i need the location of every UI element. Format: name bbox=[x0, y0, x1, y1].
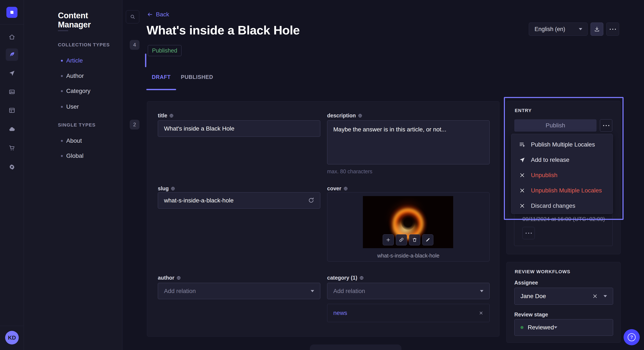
chevron-down-icon bbox=[579, 28, 582, 30]
bullet-icon bbox=[61, 106, 63, 108]
menu-item-discard-changes[interactable]: Discard changes bbox=[511, 198, 613, 213]
header-more-button[interactable] bbox=[606, 22, 619, 36]
review-stage-select[interactable]: Reviewed bbox=[514, 319, 613, 336]
feather-icon bbox=[9, 51, 15, 58]
assignee-label: Assignee bbox=[514, 280, 538, 286]
sidebar-item-content-manager[interactable] bbox=[6, 48, 18, 61]
sidebar-item-label: Category bbox=[66, 88, 90, 94]
status-badge: Published bbox=[148, 45, 182, 56]
locale-value: English (en) bbox=[534, 26, 565, 32]
cross-icon bbox=[519, 188, 526, 193]
sidebar-item-releases[interactable] bbox=[6, 67, 18, 79]
gear-icon bbox=[9, 164, 15, 170]
relation-item-news: news bbox=[327, 304, 490, 322]
stage-value: Reviewed bbox=[528, 324, 554, 331]
cover-actions bbox=[383, 234, 434, 245]
export-button[interactable] bbox=[590, 22, 603, 36]
header-actions: English (en) bbox=[529, 22, 619, 36]
sidebar-item-media-library[interactable] bbox=[6, 86, 18, 98]
description-textarea[interactable]: Maybe the answer is in this article, or … bbox=[327, 120, 490, 164]
field-label-category: category (1) bbox=[327, 275, 364, 281]
menu-item-label: Unpublish Multiple Locales bbox=[531, 187, 602, 194]
sidebar-item-category[interactable]: Category bbox=[58, 85, 139, 97]
regenerate-slug-button[interactable] bbox=[308, 197, 314, 203]
content-manager-sidebar: Content Manager COLLECTION TYPES 4 Artic… bbox=[24, 0, 122, 350]
sidebar-item-label: About bbox=[66, 137, 82, 144]
list-plus-icon bbox=[519, 141, 526, 148]
refresh-icon bbox=[308, 197, 314, 203]
locale-select[interactable]: English (en) bbox=[529, 22, 588, 36]
download-icon bbox=[594, 26, 600, 32]
label-text: title bbox=[158, 113, 167, 119]
field-label-description: description bbox=[327, 113, 362, 119]
sidebar-item-article[interactable]: Article bbox=[58, 55, 139, 67]
sidebar-item-author[interactable]: Author bbox=[58, 70, 139, 82]
schedule-more-button[interactable] bbox=[522, 227, 535, 239]
rail-divider bbox=[0, 24, 24, 24]
globe-icon bbox=[360, 276, 364, 280]
label-text: description bbox=[327, 113, 356, 119]
slug-input[interactable] bbox=[158, 192, 320, 209]
link-icon bbox=[399, 237, 404, 242]
menu-item-unpublish-multiple-locales[interactable]: Unpublish Multiple Locales bbox=[511, 183, 613, 198]
author-relation-select[interactable]: Add relation bbox=[158, 283, 320, 299]
field-label-author: author bbox=[158, 275, 181, 281]
chevron-down-icon bbox=[604, 295, 607, 297]
label-text: category (1) bbox=[327, 275, 357, 281]
section-collection-types: COLLECTION TYPES bbox=[58, 42, 110, 48]
sidebar-item-content-type-builder[interactable] bbox=[6, 104, 18, 117]
back-link[interactable]: Back bbox=[147, 11, 169, 18]
page-title: What's inside a Black Hole bbox=[146, 23, 300, 37]
cross-icon bbox=[519, 203, 526, 209]
cover-field: what-s-inside-a-black-hole bbox=[327, 192, 490, 262]
entry-more-button[interactable] bbox=[600, 119, 612, 132]
delete-asset-button[interactable] bbox=[409, 234, 420, 245]
back-label: Back bbox=[156, 11, 169, 18]
copy-link-button[interactable] bbox=[396, 234, 407, 245]
pencil-icon bbox=[425, 237, 430, 242]
sidebar-item-user[interactable]: User bbox=[58, 101, 139, 113]
label-text: slug bbox=[158, 185, 169, 191]
sidebar-item-settings[interactable] bbox=[6, 161, 18, 173]
sidebar-item-home[interactable] bbox=[6, 31, 18, 43]
review-stage-label: Review stage bbox=[514, 312, 548, 318]
menu-item-add-to-release[interactable]: Add to release bbox=[511, 152, 613, 168]
add-asset-button[interactable] bbox=[383, 234, 394, 245]
clear-assignee-button[interactable] bbox=[592, 294, 598, 299]
globe-icon bbox=[171, 186, 175, 191]
scheduled-date: 09/11/2024 at 16:00 (UTC+02:00) bbox=[522, 216, 605, 222]
cover-image[interactable] bbox=[363, 196, 453, 248]
plus-icon bbox=[386, 237, 391, 242]
menu-item-label: Unpublish bbox=[531, 172, 558, 178]
assignee-select[interactable]: Jane Doe bbox=[514, 288, 613, 305]
tab-draft[interactable]: DRAFT bbox=[146, 72, 176, 82]
sidebar-title: Content Manager bbox=[58, 11, 122, 29]
sidebar-item-global[interactable]: Global bbox=[58, 150, 139, 162]
help-button[interactable]: ? bbox=[624, 329, 640, 345]
search-button[interactable] bbox=[126, 10, 139, 23]
publish-button[interactable]: Publish bbox=[514, 119, 596, 132]
remove-relation-button[interactable] bbox=[479, 311, 484, 315]
title-input[interactable] bbox=[158, 120, 320, 137]
sidebar-item-marketplace[interactable] bbox=[6, 142, 18, 154]
stage-status-dot bbox=[520, 326, 524, 329]
menu-item-publish-multiple-locales[interactable]: Publish Multiple Locales bbox=[511, 137, 613, 152]
sidebar-item-about[interactable]: About bbox=[58, 135, 139, 147]
strapi-logo[interactable] bbox=[6, 7, 18, 18]
chevron-down-icon bbox=[554, 326, 557, 329]
label-text: author bbox=[158, 275, 174, 281]
edit-asset-button[interactable] bbox=[422, 234, 434, 245]
user-avatar[interactable]: KD bbox=[5, 331, 19, 345]
field-label-cover: cover bbox=[327, 185, 348, 191]
tab-published[interactable]: PUBLISHED bbox=[176, 72, 218, 82]
category-relation-select[interactable]: Add relation bbox=[327, 283, 490, 299]
collection-types-count: 4 bbox=[130, 40, 140, 50]
sidebar-item-label: Author bbox=[66, 72, 84, 79]
cloud-icon bbox=[8, 126, 15, 133]
question-icon: ? bbox=[628, 333, 636, 341]
menu-item-unpublish[interactable]: Unpublish bbox=[511, 168, 613, 183]
relation-link[interactable]: news bbox=[333, 310, 347, 316]
label-text: cover bbox=[327, 185, 342, 191]
sidebar-item-cloud[interactable] bbox=[6, 123, 18, 136]
review-panel-title: REVIEW WORKFLOWS bbox=[515, 269, 570, 275]
